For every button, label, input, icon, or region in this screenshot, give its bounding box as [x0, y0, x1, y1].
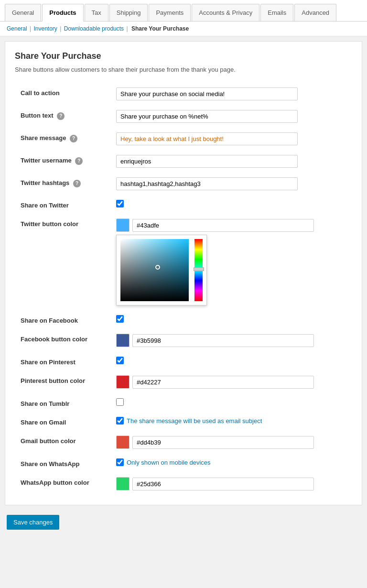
help-icon-button-text[interactable]: ? — [57, 112, 65, 120]
row-call-to-action: Call to action — [15, 83, 352, 105]
checkbox-share-on-facebook[interactable] — [116, 315, 124, 323]
row-share-on-gmail: Share on Gmail The share message will be… — [15, 412, 352, 431]
input-button-text[interactable] — [116, 110, 298, 123]
row-share-on-facebook: Share on Facebook — [15, 310, 352, 329]
gmail-color-swatch[interactable] — [116, 436, 130, 449]
row-twitter-username: Twitter username ? — [15, 150, 352, 173]
tab-bar: General Products Tax Shipping Payments A… — [0, 0, 367, 22]
label-call-to-action: Call to action — [15, 83, 110, 105]
checkbox-share-on-whatsapp[interactable] — [116, 458, 124, 466]
label-button-text: Button text — [21, 112, 54, 119]
label-share-on-twitter: Share on Twitter — [15, 195, 110, 214]
whatsapp-color-input[interactable] — [132, 478, 314, 490]
label-share-on-gmail: Share on Gmail — [15, 412, 110, 431]
breadcrumb: General | Inventory | Downloadable produ… — [0, 22, 367, 36]
checkbox-share-on-gmail[interactable] — [116, 417, 124, 425]
gmail-color-picker-row — [116, 436, 346, 449]
row-share-on-twitter: Share on Twitter — [15, 195, 352, 214]
breadcrumb-inventory[interactable]: Inventory — [34, 25, 57, 32]
page-description: Share buttons allow customers to share t… — [15, 66, 352, 73]
facebook-color-picker-row — [116, 334, 346, 347]
color-spectrum-handle[interactable] — [155, 265, 160, 270]
hue-slider-handle[interactable] — [194, 267, 204, 271]
input-call-to-action[interactable] — [116, 87, 298, 100]
row-whatsapp-button-color: WhatsApp button color — [15, 472, 352, 495]
twitter-color-picker-row — [116, 218, 346, 232]
facebook-color-swatch[interactable] — [116, 334, 130, 347]
page-content: Share Your Purchase Share buttons allow … — [5, 41, 362, 505]
breadcrumb-current: Share Your Purchase — [131, 25, 189, 32]
checkbox-share-on-pinterest[interactable] — [116, 357, 124, 364]
label-facebook-button-color: Facebook button color — [15, 329, 110, 352]
whatsapp-color-swatch[interactable] — [116, 477, 130, 490]
row-share-message: Share message ? — [15, 128, 352, 150]
help-icon-twitter-username[interactable]: ? — [75, 157, 83, 165]
facebook-color-input[interactable] — [132, 334, 314, 347]
label-share-on-facebook: Share on Facebook — [15, 310, 110, 329]
gmail-color-input[interactable] — [132, 436, 314, 449]
checkbox-share-on-tumblr[interactable] — [116, 398, 124, 406]
gmail-note: The share message will be used as email … — [127, 417, 262, 425]
tab-products[interactable]: Products — [42, 4, 83, 22]
row-twitter-button-color: Twitter button color — [15, 214, 352, 310]
label-share-on-whatsapp: Share on WhatsApp — [15, 454, 110, 472]
footer-actions: Save changes — [0, 510, 367, 539]
label-twitter-button-color: Twitter button color — [15, 214, 110, 310]
color-picker-popup — [116, 235, 207, 305]
color-hue-slider[interactable] — [194, 239, 203, 301]
row-share-on-whatsapp: Share on WhatsApp Only shown on mobile d… — [15, 454, 352, 472]
label-twitter-hashtags: Twitter hashtags — [21, 179, 69, 186]
help-icon-share-message[interactable]: ? — [70, 135, 77, 142]
breadcrumb-downloadable[interactable]: Downloadable products — [64, 25, 124, 32]
row-twitter-hashtags: Twitter hashtags ? — [15, 173, 352, 195]
checkbox-share-on-twitter[interactable] — [116, 200, 124, 207]
label-share-message: Share message — [21, 134, 66, 142]
label-gmail-button-color: Gmail button color — [15, 431, 110, 454]
pinterest-color-swatch[interactable] — [116, 375, 130, 389]
pinterest-color-picker-row — [116, 375, 346, 389]
input-twitter-hashtags[interactable] — [116, 177, 298, 190]
breadcrumb-general[interactable]: General — [7, 25, 27, 32]
tab-emails[interactable]: Emails — [260, 4, 293, 21]
tab-general[interactable]: General — [5, 4, 41, 21]
page-title: Share Your Purchase — [15, 51, 352, 61]
save-button[interactable]: Save changes — [7, 515, 59, 530]
tab-advanced[interactable]: Advanced — [294, 4, 336, 21]
tab-accounts-privacy[interactable]: Accounts & Privacy — [192, 4, 259, 21]
whatsapp-checkbox-label: Only shown on mobile devices — [116, 458, 346, 466]
row-share-on-pinterest: Share on Pinterest — [15, 352, 352, 370]
input-twitter-username[interactable] — [116, 155, 298, 168]
gmail-checkbox-label: The share message will be used as email … — [116, 417, 346, 425]
row-share-on-tumblr: Share on Tumblr — [15, 393, 352, 412]
label-whatsapp-button-color: WhatsApp button color — [15, 472, 110, 495]
label-twitter-username: Twitter username — [21, 157, 72, 164]
row-facebook-button-color: Facebook button color — [15, 329, 352, 352]
label-share-on-tumblr: Share on Tumblr — [15, 393, 110, 412]
input-share-message[interactable] — [116, 132, 298, 145]
settings-form: Call to action Button text ? Share messa… — [15, 83, 352, 495]
pinterest-color-input[interactable] — [132, 376, 314, 389]
help-icon-twitter-hashtags[interactable]: ? — [73, 180, 81, 187]
twitter-color-input[interactable] — [132, 219, 314, 232]
color-spectrum[interactable] — [120, 239, 189, 301]
whatsapp-note: Only shown on mobile devices — [127, 459, 211, 466]
twitter-color-swatch[interactable] — [116, 218, 130, 232]
label-pinterest-button-color: Pinterest button color — [15, 370, 110, 393]
whatsapp-color-picker-row — [116, 477, 346, 490]
row-pinterest-button-color: Pinterest button color — [15, 370, 352, 393]
tab-payments[interactable]: Payments — [149, 4, 191, 21]
row-button-text: Button text ? — [15, 105, 352, 128]
row-gmail-button-color: Gmail button color — [15, 431, 352, 454]
label-share-on-pinterest: Share on Pinterest — [15, 352, 110, 370]
tab-shipping[interactable]: Shipping — [109, 4, 148, 21]
tab-tax[interactable]: Tax — [85, 4, 108, 21]
